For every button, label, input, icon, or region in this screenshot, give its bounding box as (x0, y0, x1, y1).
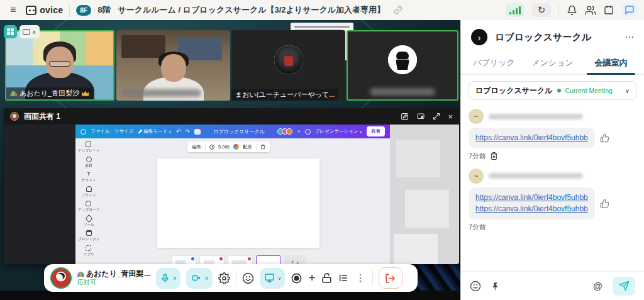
menu-icon[interactable]: ≡ (6, 4, 19, 16)
resize-icon[interactable] (433, 113, 440, 120)
chevron-down-icon: ∨ (360, 130, 362, 134)
calendar-icon[interactable] (604, 5, 614, 15)
chat-message: ~ https://canva.link/0ierf4bovf5uhbb 7分前 (469, 109, 636, 161)
page-thumb-4-selected[interactable]: 4 (256, 255, 281, 264)
canva-doc-title[interactable]: ロブロックスサークル (213, 128, 265, 135)
notification-badge-icon[interactable] (194, 129, 201, 135)
sidebar-item-projects[interactable]: プロジェクト (77, 230, 101, 242)
video-tile-aotari[interactable]: あおたり_青田梨沙 (5, 30, 114, 101)
grid-view-button[interactable] (4, 25, 17, 38)
settings-gear-icon[interactable] (218, 272, 230, 284)
copy-link-icon[interactable] (394, 6, 402, 14)
topbar-divider (69, 4, 70, 16)
chat-panel-toggle-icon[interactable] (621, 3, 638, 17)
layout-toggle-button[interactable]: ∧ (19, 25, 40, 38)
camera-options-chevron[interactable]: ∧ (204, 275, 210, 281)
edit-button[interactable]: 編集 (192, 144, 201, 150)
sidebar-item-brand[interactable]: ブランド (81, 186, 97, 198)
camera-button[interactable]: ∧ (186, 268, 213, 289)
canva-edit-mode[interactable]: 編集モード ∨ (138, 128, 171, 135)
thumbs-up-icon[interactable] (600, 199, 609, 208)
canva-share-button[interactable]: 共有 (367, 126, 385, 136)
refresh-icon[interactable]: ↻ (532, 3, 551, 17)
arrange-button[interactable]: 配置 (243, 144, 252, 150)
sidebar-item-uploads[interactable]: アップロード (77, 201, 101, 213)
sidebar-item-elements[interactable]: 素材 (85, 157, 92, 169)
undo-icon[interactable]: ↶ (176, 128, 181, 135)
chat-tabs: パブリック メンション 会議室内 (461, 52, 644, 75)
tab-meeting-room[interactable]: 会議室内 (582, 52, 640, 74)
canva-home-icon[interactable] (80, 129, 86, 135)
thumbs-up-icon[interactable] (600, 133, 609, 143)
mention-at-icon[interactable]: @ (593, 281, 602, 291)
queue-list-icon[interactable] (338, 273, 349, 283)
canva-canvas-page[interactable] (157, 158, 319, 248)
sidebar-item-tools[interactable]: ツール (83, 216, 94, 228)
add-object-icon[interactable]: + (308, 271, 315, 285)
pen-icon (138, 130, 142, 134)
sidebar-item-text[interactable]: Tテキスト (81, 171, 97, 183)
sender-avatar[interactable]: ~ (469, 169, 484, 184)
mic-button[interactable]: ∧ (156, 268, 180, 289)
floor-badge[interactable]: 8F (76, 5, 91, 16)
add-collaborator-icon[interactable]: + (297, 128, 300, 135)
ovice-logo-icon (26, 6, 36, 15)
duration-value[interactable]: 5.0秒 (218, 144, 230, 150)
screen-share-actions: × (401, 112, 453, 121)
emoji-picker-icon[interactable] (470, 281, 481, 292)
notifications-bell-icon[interactable] (567, 5, 577, 16)
more-options-icon[interactable]: ⋮ (355, 272, 367, 284)
canva-link[interactable]: https://canva.link/0ierf4bovf5uhbb (475, 203, 588, 215)
message-list[interactable]: ~ https://canva.link/0ierf4bovf5uhbb 7分前 (461, 103, 644, 271)
send-message-button[interactable] (613, 277, 635, 296)
delete-icon[interactable] (260, 144, 265, 150)
projects-icon (86, 230, 92, 236)
delete-message-icon[interactable] (490, 152, 498, 160)
canva-link[interactable]: https://canva.link/0ierf4bovf5uhbb (475, 192, 588, 204)
share-options-chevron[interactable]: ∨ (277, 275, 283, 281)
mic-options-chevron[interactable]: ∧ (172, 275, 178, 281)
screen-share-button[interactable]: ∨ (260, 268, 286, 289)
close-share-icon[interactable]: × (448, 112, 453, 121)
collapse-panel-button[interactable]: › (471, 29, 487, 45)
reactions-emoji-icon[interactable] (242, 272, 254, 284)
lock-room-icon[interactable] (321, 272, 332, 284)
sidebar-item-templates[interactable]: テンプレート (77, 142, 101, 153)
leave-meeting-button[interactable] (379, 267, 402, 289)
video-tile-2[interactable] (116, 30, 230, 101)
comment-icon[interactable] (305, 129, 311, 135)
add-page-button[interactable]: + ∨ (284, 255, 306, 264)
sidebar-item-apps[interactable]: アプリ (83, 245, 94, 257)
video-tile-4[interactable] (347, 30, 458, 101)
presentation-button[interactable]: プレゼンテーション ∨ (315, 128, 362, 135)
participant-face (161, 54, 186, 82)
picture-in-picture-icon[interactable] (416, 113, 425, 120)
record-button-icon[interactable] (291, 272, 303, 284)
virtual-office-stage[interactable]: ∧ あおたり_青田梨沙 まおい(ユーチューバー (0, 20, 460, 300)
connection-signal-icon[interactable] (506, 3, 525, 17)
meeting-selector[interactable]: ロブロックスサークル Current Meeting ∨ (469, 81, 636, 100)
page-thumb-2[interactable]: 2 (199, 255, 225, 264)
annotate-icon[interactable] (401, 113, 409, 121)
page-thumb-3[interactable]: 3 (228, 255, 253, 264)
sender-avatar[interactable]: ~ (469, 109, 484, 124)
participant-name-blurred (370, 88, 435, 96)
color-wheel-icon[interactable] (233, 144, 239, 150)
chat-header: › ロブロックスサークル ⋯ (461, 20, 644, 52)
current-meeting-dot (557, 89, 561, 92)
redo-icon[interactable]: ↷ (185, 128, 190, 135)
canva-resize-menu[interactable]: リサイズ (114, 128, 134, 135)
tab-mentions[interactable]: メンション (523, 52, 582, 74)
chat-composer[interactable]: @ (461, 271, 644, 300)
self-avatar[interactable] (50, 267, 72, 289)
members-icon[interactable] (585, 5, 596, 16)
video-tile-maoi[interactable]: まおい(ユーチューバーやって... (231, 30, 345, 101)
tab-public[interactable]: パブリック (465, 52, 523, 74)
canva-link[interactable]: https://canva.link/0ierf4bovf5uhbb (475, 132, 588, 144)
chat-more-icon[interactable]: ⋯ (625, 31, 634, 43)
ovice-logo[interactable]: ovice (26, 5, 63, 15)
pin-icon[interactable] (491, 281, 500, 291)
page-thumb-1[interactable]: 1 (171, 255, 196, 264)
screen-share-window[interactable]: 画面共有 1 × (4, 108, 459, 264)
canva-file-menu[interactable]: ファイル (91, 128, 110, 135)
